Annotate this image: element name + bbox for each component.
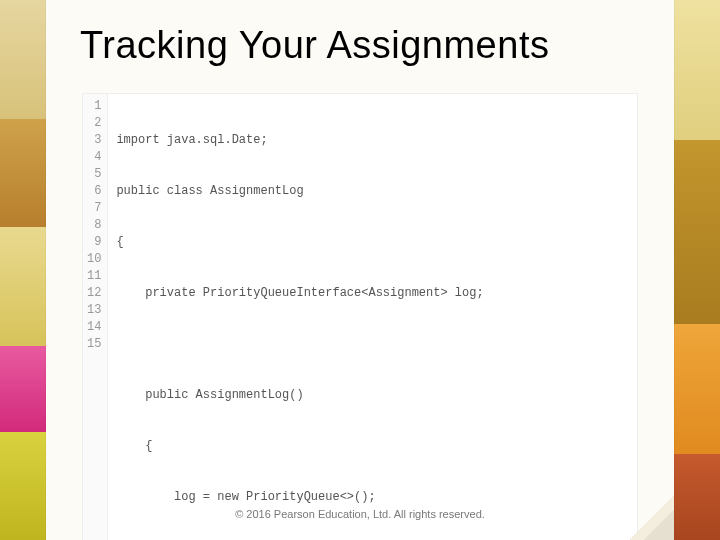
code-line: import java.sql.Date; xyxy=(116,132,490,149)
bg-stripe xyxy=(0,227,46,346)
bg-stripe xyxy=(0,0,46,119)
slide-content: Tracking Your Assignments 1 2 3 4 5 6 7 … xyxy=(46,0,674,540)
slide-title: Tracking Your Assignments xyxy=(80,24,646,67)
line-number: 4 xyxy=(87,149,101,166)
code-line: public AssignmentLog() xyxy=(116,387,490,404)
slide: Tracking Your Assignments 1 2 3 4 5 6 7 … xyxy=(0,0,720,540)
code-gutter: 1 2 3 4 5 6 7 8 9 10 11 12 13 14 15 xyxy=(83,94,108,540)
bg-stripe xyxy=(674,454,720,540)
page-fold-icon xyxy=(630,496,674,540)
bg-stripe xyxy=(674,140,720,324)
line-number: 12 xyxy=(87,285,101,302)
line-number: 8 xyxy=(87,217,101,234)
bg-stripe xyxy=(0,119,46,227)
line-number: 11 xyxy=(87,268,101,285)
line-number: 10 xyxy=(87,251,101,268)
bg-stripe xyxy=(674,0,720,140)
code-line: log = new PriorityQueue<>(); xyxy=(116,489,490,506)
line-number: 3 xyxy=(87,132,101,149)
bg-stripe xyxy=(0,432,46,540)
line-number: 13 xyxy=(87,302,101,319)
copyright-footer: © 2016 Pearson Education, Ltd. All right… xyxy=(46,508,674,520)
line-number: 6 xyxy=(87,183,101,200)
code-panel: 1 2 3 4 5 6 7 8 9 10 11 12 13 14 15 xyxy=(82,93,638,540)
code-line: { xyxy=(116,438,490,455)
line-number: 5 xyxy=(87,166,101,183)
line-number: 15 xyxy=(87,336,101,353)
code-line: { xyxy=(116,234,490,251)
background-left xyxy=(0,0,46,540)
code-line: private PriorityQueueInterface<Assignmen… xyxy=(116,285,490,302)
code-lines: import java.sql.Date; public class Assig… xyxy=(108,94,498,540)
code-line xyxy=(116,336,490,353)
bg-stripe xyxy=(674,324,720,454)
bg-stripe xyxy=(0,346,46,432)
line-number: 14 xyxy=(87,319,101,336)
background-right xyxy=(674,0,720,540)
line-number: 7 xyxy=(87,200,101,217)
line-number: 9 xyxy=(87,234,101,251)
code-body: 1 2 3 4 5 6 7 8 9 10 11 12 13 14 15 xyxy=(83,94,637,540)
line-number: 2 xyxy=(87,115,101,132)
code-line: public class AssignmentLog xyxy=(116,183,490,200)
line-number: 1 xyxy=(87,98,101,115)
